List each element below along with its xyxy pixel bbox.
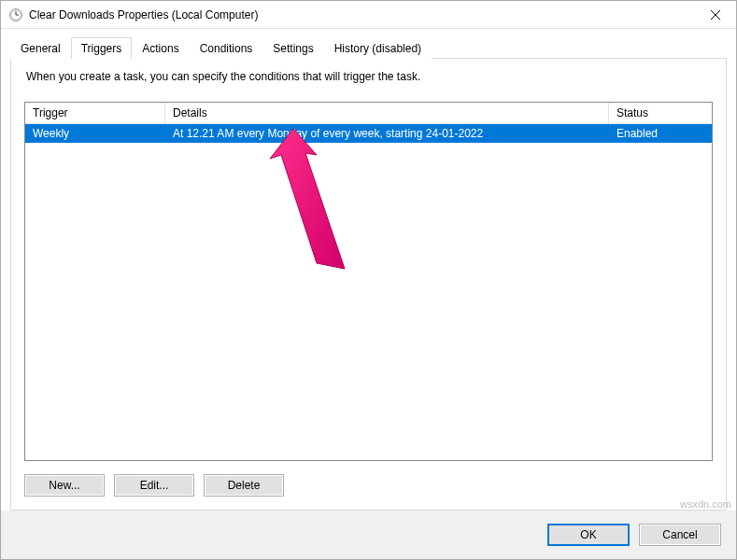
- column-header-status[interactable]: Status: [609, 103, 712, 123]
- cell-trigger: Weekly: [25, 124, 165, 143]
- edit-button[interactable]: Edit...: [114, 474, 194, 497]
- tab-triggers[interactable]: Triggers: [71, 37, 133, 59]
- column-header-trigger[interactable]: Trigger: [25, 103, 165, 123]
- ok-button[interactable]: OK: [547, 524, 630, 546]
- close-button[interactable]: [694, 1, 736, 29]
- tab-actions[interactable]: Actions: [132, 37, 189, 59]
- task-scheduler-icon: [8, 7, 23, 22]
- dialog-body: General Triggers Actions Conditions Sett…: [1, 29, 736, 511]
- tab-conditions[interactable]: Conditions: [190, 37, 263, 59]
- tab-history[interactable]: History (disabled): [324, 37, 432, 59]
- cell-status: Enabled: [609, 124, 712, 143]
- tab-general[interactable]: General: [10, 37, 71, 59]
- titlebar: Clear Downloads Properties (Local Comput…: [1, 1, 736, 29]
- help-text: When you create a task, you can specify …: [26, 70, 713, 83]
- column-header-details[interactable]: Details: [165, 103, 609, 123]
- triggers-list[interactable]: Trigger Details Status Weekly At 12.21 A…: [24, 102, 713, 461]
- tab-panel-triggers: When you create a task, you can specify …: [10, 58, 727, 511]
- cancel-button[interactable]: Cancel: [639, 524, 721, 546]
- close-icon: [711, 10, 720, 20]
- delete-button[interactable]: Delete: [204, 474, 284, 497]
- tab-settings[interactable]: Settings: [262, 37, 323, 59]
- tabstrip: General Triggers Actions Conditions Sett…: [10, 36, 727, 58]
- triggers-list-header: Trigger Details Status: [25, 103, 712, 124]
- cell-details: At 12.21 AM every Monday of every week, …: [165, 124, 609, 143]
- table-row[interactable]: Weekly At 12.21 AM every Monday of every…: [25, 124, 712, 143]
- triggers-list-rows: Weekly At 12.21 AM every Monday of every…: [25, 124, 712, 460]
- triggers-buttons: New... Edit... Delete: [24, 474, 713, 497]
- dialog-footer: OK Cancel: [1, 511, 736, 559]
- new-button[interactable]: New...: [24, 474, 105, 497]
- window-title: Clear Downloads Properties (Local Comput…: [29, 8, 694, 21]
- properties-dialog: Clear Downloads Properties (Local Comput…: [0, 0, 737, 560]
